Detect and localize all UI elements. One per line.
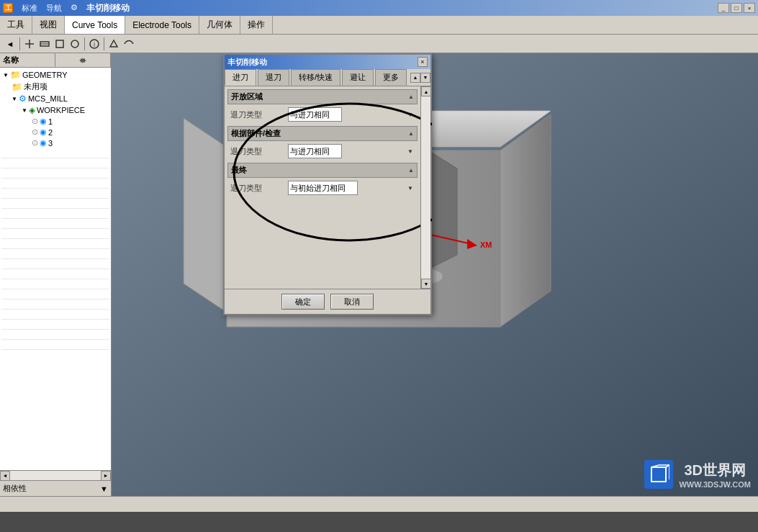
watermark: 3D世界网 WWW.3DSJW.COM	[644, 460, 751, 489]
tab-curve-tools[interactable]: Curve Tools	[65, 16, 125, 34]
scroll-right-btn[interactable]: ►	[101, 471, 111, 481]
menu-nav[interactable]: 导航	[42, 3, 66, 14]
left-panel-bottom: 相依性 ▼	[0, 480, 111, 496]
section-final[interactable]: 最终 ▲	[227, 163, 418, 178]
folder-icon-unused: 📁	[12, 82, 22, 92]
icon-info[interactable]: i	[87, 37, 101, 51]
expand-icon-workpiece: ▼	[22, 107, 27, 114]
section-root-check[interactable]: 根据部件/检查 ▲	[227, 126, 418, 141]
menu-standard[interactable]: 标准	[17, 3, 42, 14]
icon-tool4[interactable]	[68, 37, 82, 51]
tab-operations[interactable]: 操作	[240, 16, 273, 34]
open-area-collapse: ▲	[408, 94, 414, 100]
sep3	[104, 37, 104, 50]
dialog-footer: 确定 取消	[225, 289, 430, 314]
part2-icon: ⊙	[32, 127, 38, 137]
tree-item-geometry[interactable]: ▼ 📁 GEOMETRY	[1, 69, 109, 81]
dtab-transfer[interactable]: 转移/快速	[291, 69, 340, 86]
tree-item-1[interactable]: ⊙ ◉ 1	[1, 116, 109, 127]
retract-row-3: 退刀类型 与初始进刀相同	[227, 181, 418, 195]
root-check-collapse: ▲	[408, 130, 414, 137]
watermark-line2: WWW.3DSJW.COM	[679, 480, 751, 489]
retract-select-wrapper-3: 与初始进刀相同	[288, 181, 415, 195]
tab-view[interactable]: 视图	[32, 16, 65, 34]
retract-label-2: 退刀类型	[230, 146, 288, 157]
section-open-area[interactable]: 开放区域 ▲	[227, 89, 418, 104]
icon-tool3[interactable]	[53, 37, 67, 51]
part3-icon: ⊙	[32, 138, 38, 148]
tree-area: ▼ 📁 GEOMETRY 📁 未用项 ▼ ⚙ MCS_MILL ▼ ◈ WORK…	[0, 68, 111, 470]
scroll-down-btn[interactable]: ▼	[421, 279, 431, 289]
dialog-title: 丰切削移动	[227, 57, 267, 68]
tree-item-workpiece[interactable]: ▼ ◈ WORKPIECE	[1, 104, 109, 116]
dialog-content: 开放区域 ▲ 退刀类型 与进刀相同 根据部件/检	[225, 86, 430, 289]
geometry-label: GEOMETRY	[22, 71, 68, 79]
tab-geometry[interactable]: 几何体	[199, 16, 240, 34]
dependency-label: 相依性	[3, 483, 27, 494]
menu-settings[interactable]: ⚙	[66, 3, 82, 14]
tabs-scroll-down[interactable]: ▼	[420, 73, 430, 83]
retract-select-2[interactable]: 与进刀相同	[288, 144, 342, 158]
icon-arrow-left[interactable]: ◄	[3, 37, 17, 51]
tab-tools[interactable]: 工具	[0, 16, 32, 34]
tree-item-unused[interactable]: 📁 未用项	[1, 81, 109, 93]
dropdown-icon[interactable]: ▼	[100, 484, 108, 493]
tree-item-mcs[interactable]: ▼ ⚙ MCS_MILL	[1, 93, 109, 104]
open-area-label: 开放区域	[231, 91, 263, 102]
dtab-retract[interactable]: 退刀	[258, 69, 289, 86]
final-label: 最终	[231, 165, 247, 176]
final-collapse: ▲	[408, 167, 414, 173]
col-settings	[55, 53, 111, 67]
tabs-scroll-up[interactable]: ▲	[410, 73, 420, 83]
secondary-toolbar: 工具 视图 Curve Tools Electrode Tools 几何体 操作	[0, 16, 758, 35]
dialog-titlebar: 丰切削移动 ×	[225, 55, 430, 69]
maximize-btn[interactable]: □	[731, 3, 742, 13]
scroll-up-btn[interactable]: ▲	[421, 86, 431, 96]
dialog-body: ▲ ▼ 开放区域 ▲ 退刀类型 与进刀相同	[225, 86, 430, 289]
icon-tool1[interactable]	[22, 37, 37, 51]
dtab-more[interactable]: 更多	[375, 69, 407, 86]
part2-label: 2	[48, 128, 53, 137]
part3-label: 3	[48, 139, 53, 148]
part1-label: 1	[48, 117, 53, 126]
watermark-line1: 3D世界网	[679, 461, 751, 480]
status-bar	[0, 496, 758, 512]
icon-tool2[interactable]	[37, 37, 52, 51]
viewport: ZM ZC XM 丰切削移动 × 进刀 退刀 转移/快速 避让	[112, 53, 758, 496]
3d-viewport-svg: ZM ZC XM	[112, 53, 758, 496]
scroll-track	[10, 471, 101, 480]
retract-row-2: 退刀类型 与进刀相同	[227, 144, 418, 158]
confirm-btn[interactable]: 确定	[281, 294, 325, 310]
dtab-entry[interactable]: 进刀	[225, 69, 256, 86]
mcs-label: MCS_MILL	[28, 94, 68, 103]
root-check-label: 根据部件/检查	[231, 128, 281, 139]
retract-select-wrapper-1: 与进刀相同	[288, 107, 415, 122]
svg-marker-12	[500, 114, 551, 327]
icon-tool6[interactable]	[122, 37, 136, 51]
dialog-close-btn[interactable]: ×	[418, 57, 428, 67]
scroll-left-btn[interactable]: ◄	[0, 471, 10, 481]
tab-electrode-tools[interactable]: Electrode Tools	[125, 16, 199, 34]
retract-select-3[interactable]: 与初始进刀相同	[288, 181, 358, 195]
svg-marker-8	[184, 118, 227, 312]
svg-marker-16	[428, 150, 457, 269]
retract-select-wrapper-2: 与进刀相同	[288, 144, 415, 158]
tree-item-2[interactable]: ⊙ ◉ 2	[1, 127, 109, 137]
retract-select-1[interactable]: 与进刀相同	[288, 107, 342, 122]
svg-text:XM: XM	[480, 240, 492, 249]
dialog-spacer	[227, 199, 418, 286]
icon-tool5[interactable]	[107, 37, 121, 51]
menubar: 标准 导航 ⚙	[17, 3, 82, 14]
dtab-avoidance[interactable]: 避让	[342, 69, 374, 86]
expand-icon-mcs: ▼	[12, 96, 17, 102]
tree-item-3[interactable]: ⊙ ◉ 3	[1, 137, 109, 148]
col-name-header: 名称	[0, 53, 55, 67]
cancel-btn[interactable]: 取消	[330, 294, 374, 310]
svg-point-3	[71, 40, 78, 48]
dialog: 丰切削移动 × 进刀 退刀 转移/快速 避让 更多 ▲ ▼ ▲	[223, 53, 432, 315]
retract-row-1: 退刀类型 与进刀相同	[227, 107, 418, 122]
minimize-btn[interactable]: _	[718, 3, 729, 13]
horiz-scrollbar[interactable]: ◄ ►	[0, 470, 111, 480]
close-btn[interactable]: ×	[744, 3, 755, 13]
main-area: 名称 ▼ 📁 GEOMETRY 📁 未用项 ▼ ⚙ MCS_MILL	[0, 53, 758, 496]
